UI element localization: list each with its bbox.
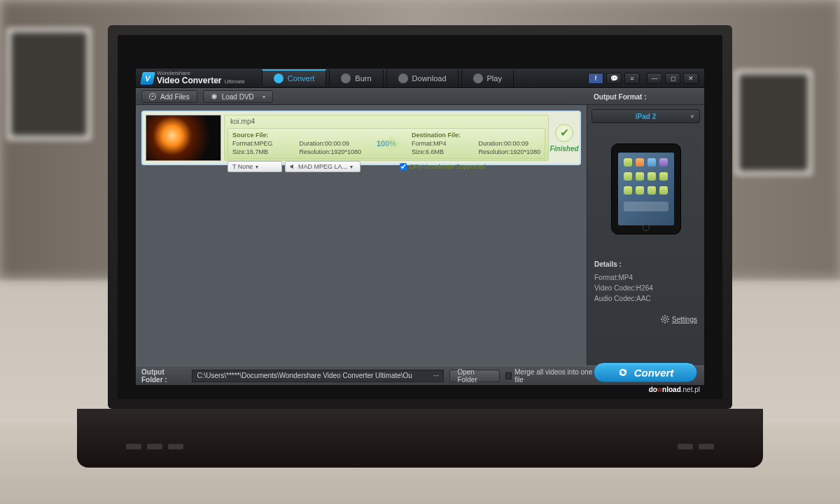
svg-line-7 — [667, 316, 668, 317]
side-panel: iPad 2 — [587, 105, 704, 365]
output-format-header: Output Format : — [587, 88, 704, 105]
file-name: koi.mp4 — [227, 117, 545, 127]
menu-icon[interactable]: ≡ — [624, 73, 640, 84]
gpu-checkbox[interactable] — [400, 163, 407, 170]
disc-icon — [341, 74, 351, 83]
output-folder-label: Output Folder : — [141, 368, 186, 384]
tab-burn[interactable]: Burn — [329, 70, 383, 87]
merge-checkbox[interactable]: Merge all videos into one file — [505, 368, 593, 384]
format-details: Details : Format:MP4 Video Codec:H264 Au… — [594, 260, 697, 304]
tab-convert[interactable]: Convert — [262, 69, 327, 86]
add-files-button[interactable]: + Add Files — [141, 90, 197, 103]
plus-icon: + — [149, 93, 156, 100]
status-check-icon: ✔ — [555, 124, 573, 142]
app-logo-icon: V — [140, 72, 155, 85]
svg-line-6 — [667, 321, 668, 322]
feedback-icon[interactable]: 💬 — [606, 73, 622, 84]
svg-line-5 — [662, 316, 663, 317]
refresh-icon — [274, 74, 284, 83]
tab-download[interactable]: Download — [386, 70, 458, 87]
file-list: koi.mp4 Source File: Format:MPEGDuration… — [136, 105, 587, 365]
source-info: Source File: Format:MPEGDuration:00:00:0… — [232, 131, 361, 156]
close-button[interactable]: ✕ — [683, 73, 699, 84]
arrow-icon — [372, 134, 400, 153]
watermark: download.net.pl — [649, 386, 700, 393]
app-window: V Wondershare Video ConverterUltimate Co… — [136, 69, 704, 385]
gpu-accel-label: GPU Accelerate Supported — [400, 163, 485, 170]
ipad-icon — [611, 144, 681, 234]
audio-track-select[interactable]: MAD MPEG LA... — [285, 161, 360, 172]
video-thumbnail[interactable] — [146, 115, 221, 161]
speaker-icon — [290, 164, 295, 169]
facebook-icon[interactable]: f — [588, 73, 603, 84]
output-folder-path[interactable]: C:\Users\*****\Documents\Wondershare Vid… — [192, 370, 444, 382]
laptop-mockup: V Wondershare Video ConverterUltimate Co… — [108, 25, 732, 468]
convert-button[interactable]: Convert — [594, 363, 697, 382]
tab-play[interactable]: Play — [461, 70, 514, 87]
file-item[interactable]: koi.mp4 Source File: Format:MPEGDuration… — [141, 111, 581, 165]
device-preview — [599, 130, 693, 248]
svg-line-8 — [662, 321, 663, 322]
disc-icon — [211, 93, 218, 100]
minimize-button[interactable]: — — [647, 73, 662, 84]
settings-link[interactable]: Settings — [661, 315, 697, 323]
refresh-icon — [617, 367, 629, 378]
load-dvd-button[interactable]: Load DVD — [203, 90, 273, 103]
output-format-select[interactable]: iPad 2 — [592, 109, 700, 123]
title-bar: V Wondershare Video ConverterUltimate Co… — [136, 69, 704, 88]
download-icon — [398, 74, 408, 83]
status-text: Finished — [550, 145, 578, 153]
open-folder-button[interactable]: Open Folder — [449, 370, 500, 382]
destination-info: Destination File: Format:MP4Duration:00:… — [412, 131, 540, 156]
app-title: Wondershare Video ConverterUltimate — [157, 71, 245, 85]
svg-point-0 — [664, 318, 666, 321]
gear-icon — [661, 315, 669, 323]
maximize-button[interactable]: ◻ — [665, 73, 680, 84]
play-icon — [473, 74, 483, 83]
subtitle-select[interactable]: T None — [227, 161, 282, 172]
